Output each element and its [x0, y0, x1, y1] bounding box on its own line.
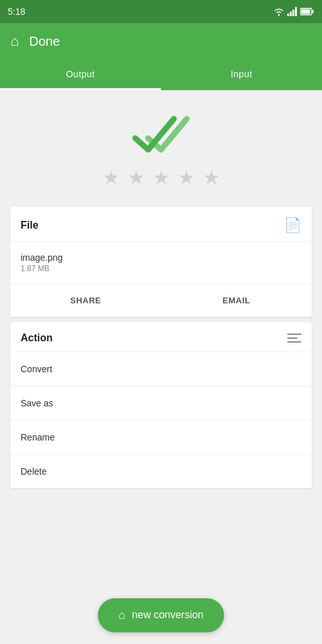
action-card: Action Convert Save as Rename Delete — [10, 322, 312, 488]
tabs: Output Input — [0, 59, 322, 90]
action-convert[interactable]: Convert — [10, 352, 312, 386]
svg-rect-3 — [295, 7, 297, 16]
file-doc-icon: 📄 — [284, 217, 301, 234]
svg-rect-6 — [301, 10, 310, 14]
action-card-title: Action — [21, 332, 53, 344]
file-size: 1.87 MB — [21, 264, 301, 273]
new-conversion-label: new conversion — [132, 609, 204, 621]
email-button[interactable]: EMAIL — [161, 287, 312, 314]
svg-rect-1 — [290, 12, 292, 16]
action-card-header: Action — [10, 322, 312, 352]
bottom-bar: ⌂ new conversion — [0, 586, 322, 644]
status-bar: 5:18 — [0, 0, 322, 23]
star-3[interactable]: ★ — [153, 166, 170, 189]
file-card-title: File — [21, 220, 39, 231]
action-delete[interactable]: Delete — [10, 454, 312, 488]
tab-input[interactable]: Input — [161, 59, 322, 90]
star-4[interactable]: ★ — [178, 166, 195, 189]
tab-output[interactable]: Output — [0, 59, 161, 90]
main-content: ★ ★ ★ ★ ★ File 📄 image.png 1.87 MB SHARE… — [0, 90, 322, 644]
svg-rect-5 — [312, 10, 314, 14]
list-icon[interactable] — [287, 334, 301, 343]
battery-icon — [300, 8, 314, 15]
file-actions: SHARE EMAIL — [10, 284, 312, 317]
list-line-2 — [287, 337, 298, 339]
status-time: 5:18 — [8, 6, 25, 17]
action-rename[interactable]: Rename — [10, 420, 312, 454]
svg-rect-0 — [287, 14, 289, 16]
file-card-header: File 📄 — [10, 207, 312, 242]
app-bar: ⌂ Done — [0, 23, 322, 59]
file-name: image.png — [21, 252, 301, 263]
action-save-as[interactable]: Save as — [10, 386, 312, 420]
share-button[interactable]: SHARE — [10, 287, 161, 314]
list-line-3 — [287, 341, 301, 343]
success-checkmark — [129, 111, 193, 156]
stars-rating[interactable]: ★ ★ ★ ★ ★ — [102, 166, 220, 189]
app-bar-title: Done — [29, 34, 60, 49]
new-conversion-button[interactable]: ⌂ new conversion — [98, 598, 224, 632]
file-card: File 📄 image.png 1.87 MB SHARE EMAIL — [10, 207, 312, 317]
signal-icon — [287, 7, 298, 16]
home-icon[interactable]: ⌂ — [10, 33, 19, 50]
btn-home-icon: ⌂ — [118, 609, 126, 622]
star-5[interactable]: ★ — [203, 166, 220, 189]
star-1[interactable]: ★ — [102, 166, 120, 189]
wifi-icon — [273, 7, 285, 16]
list-line-1 — [287, 334, 301, 335]
file-info: image.png 1.87 MB — [10, 242, 312, 284]
status-icons — [273, 7, 314, 16]
svg-rect-2 — [292, 10, 294, 16]
check-area: ★ ★ ★ ★ ★ — [0, 90, 322, 202]
star-2[interactable]: ★ — [128, 166, 145, 189]
